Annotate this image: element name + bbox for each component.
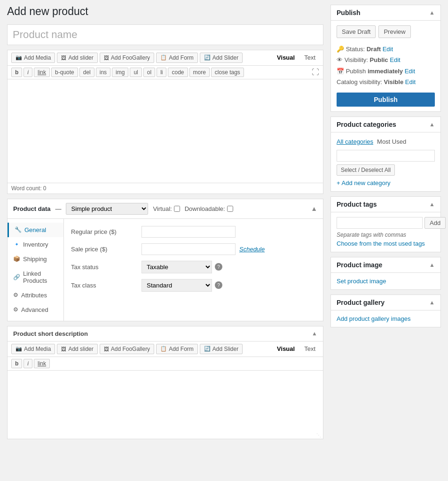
product-gallery-box: Product gallery ▲ Add product gallery im… (330, 295, 441, 327)
more-button[interactable]: more (189, 68, 210, 77)
main-editor-content[interactable] (8, 79, 323, 183)
category-search-input[interactable] (337, 150, 435, 162)
virtual-checkbox[interactable] (174, 206, 180, 212)
tags-input-row: Add (337, 217, 435, 229)
short-add-slider-button[interactable]: 🖼 Add slider (57, 344, 97, 354)
short-add-form-button[interactable]: 📋 Add Form (156, 344, 198, 354)
tab-inventory[interactable]: 🔹 Inventory (8, 237, 63, 252)
add-gallery-images-link[interactable]: Add product gallery images (337, 315, 411, 322)
status-key-icon: 🔑 (337, 46, 344, 53)
product-image-toggle[interactable]: ▲ (429, 262, 435, 268)
regular-price-row: Regular price ($) (71, 226, 316, 238)
fullscreen-icon[interactable]: ⛶ (312, 68, 319, 77)
ol-button[interactable]: ol (143, 68, 155, 77)
code-button[interactable]: code (168, 68, 188, 77)
visibility-edit-link[interactable]: Edit (390, 56, 400, 63)
tax-class-help-icon[interactable]: ? (215, 281, 222, 289)
publish-button[interactable]: Publish (337, 93, 435, 107)
ins-button[interactable]: ins (96, 68, 110, 77)
short-bold-button[interactable]: b (11, 359, 22, 368)
visual-tab[interactable]: Visual (273, 53, 299, 62)
word-count: Word count: 0 (11, 185, 46, 192)
ul-button[interactable]: ul (130, 68, 141, 77)
italic-button[interactable]: i (24, 68, 32, 77)
downloadable-checkbox[interactable] (227, 206, 233, 212)
publish-box: Publish ▲ Save Draft Preview 🔑 Status: D… (330, 5, 441, 112)
regular-price-input[interactable] (141, 226, 236, 238)
tab-general[interactable]: 🔧 General (8, 223, 63, 237)
product-gallery-toggle[interactable]: ▲ (429, 299, 435, 306)
add-tag-button[interactable]: Add (424, 217, 446, 229)
product-data-title: Product data (13, 205, 50, 212)
short-add-gallery-button[interactable]: 🖼 Add FooGallery (100, 344, 154, 354)
preview-button[interactable]: Preview (378, 25, 410, 38)
short-desc-content[interactable] (8, 371, 323, 432)
tab-linked-products[interactable]: 🔗 Linked Products (8, 266, 63, 288)
status-label: Status: (346, 46, 365, 53)
short-text-tab[interactable]: Text (300, 344, 319, 353)
add-form-button[interactable]: 📋 Add Form (156, 53, 198, 63)
all-categories-tab[interactable]: All categories (337, 137, 373, 146)
product-data-box: Product data — Simple product Grouped pr… (7, 199, 323, 321)
regular-price-label: Regular price ($) (71, 228, 141, 235)
link-button[interactable]: link (34, 68, 50, 77)
tax-status-row: Tax status Taxable Shipping only None ? (71, 261, 316, 273)
tax-status-select[interactable]: Taxable Shipping only None (141, 261, 212, 273)
add-new-category-link[interactable]: + Add new category (337, 179, 391, 186)
categories-toggle[interactable]: ▲ (429, 121, 435, 128)
virtual-label[interactable]: Virtual: (153, 205, 180, 212)
product-data-toggle[interactable]: ▲ (311, 205, 317, 212)
close-tags-button[interactable]: close tags (211, 68, 244, 77)
downloadable-label[interactable]: Downloadable: (185, 205, 233, 212)
short-add-media-button[interactable]: 📷 Add Media (11, 344, 55, 354)
publish-toggle[interactable]: ▲ (429, 9, 435, 16)
add-foogallery-button[interactable]: 🖼 Add FooGallery (100, 53, 154, 63)
tags-body: Add Separate tags with commas Choose fro… (331, 212, 440, 252)
short-link-button[interactable]: link (34, 359, 50, 368)
resize-handle[interactable]: ⋱ (8, 432, 323, 439)
save-draft-button[interactable]: Save Draft (337, 25, 376, 38)
product-gallery-title: Product gallery (337, 299, 385, 306)
short-add-slider2-button[interactable]: 🔄 Add Slider (200, 344, 243, 354)
del-button[interactable]: del (79, 68, 94, 77)
product-data-content: Regular price ($) Sale price ($) Schedul… (64, 219, 323, 321)
sale-price-input[interactable] (141, 243, 236, 255)
tags-input[interactable] (337, 217, 423, 229)
text-tab[interactable]: Text (300, 53, 319, 62)
publish-body: Save Draft Preview 🔑 Status: Draft Edit … (331, 21, 440, 111)
bquote-button[interactable]: b-quote (51, 68, 78, 77)
slider2-icon: 🔄 (204, 54, 211, 61)
select-deselect-button[interactable]: Select / Deselect All (337, 164, 395, 176)
tags-toggle[interactable]: ▲ (429, 201, 435, 208)
product-name-input[interactable] (7, 24, 323, 45)
tab-shipping[interactable]: 📦 Shipping (8, 252, 63, 266)
img-button[interactable]: img (112, 68, 128, 77)
publish-timing-edit-link[interactable]: Edit (405, 68, 415, 75)
status-edit-link[interactable]: Edit (383, 46, 393, 53)
most-used-tags-link[interactable]: Choose from the most used tags (337, 240, 425, 247)
sidebar: Publish ▲ Save Draft Preview 🔑 Status: D… (330, 5, 441, 444)
add-slider2-button[interactable]: 🔄 Add Slider (200, 53, 243, 63)
short-desc-toggle[interactable]: ▲ (312, 330, 317, 337)
tax-class-row: Tax class Standard Reduced Rate Zero Rat… (71, 279, 316, 292)
set-product-image-link[interactable]: Set product image (337, 278, 386, 285)
tab-advanced[interactable]: ⚙ Advanced (8, 303, 63, 317)
schedule-link[interactable]: Schedule (239, 246, 265, 253)
publish-timing-value: immediately (368, 68, 403, 75)
catalog-value: Visible (384, 78, 403, 85)
add-media-button[interactable]: 📷 Add Media (11, 53, 55, 63)
product-type-select[interactable]: Simple product Grouped product External/… (66, 203, 148, 215)
add-slider-button[interactable]: 🖼 Add slider (57, 53, 97, 63)
bold-button[interactable]: b (11, 68, 22, 77)
tax-status-help-icon[interactable]: ? (215, 263, 222, 271)
li-button[interactable]: li (157, 68, 166, 77)
tax-class-select[interactable]: Standard Reduced Rate Zero Rate (141, 279, 212, 292)
most-used-tab[interactable]: Most Used (377, 137, 406, 146)
regular-price-field (141, 226, 236, 238)
visibility-value: Public (370, 56, 388, 63)
catalog-edit-link[interactable]: Edit (405, 78, 416, 85)
short-italic-button[interactable]: i (24, 359, 32, 368)
tab-attributes[interactable]: ⚙ Attributes (8, 288, 63, 303)
categories-header: Product categories ▲ (331, 117, 440, 132)
short-visual-tab[interactable]: Visual (273, 344, 299, 353)
